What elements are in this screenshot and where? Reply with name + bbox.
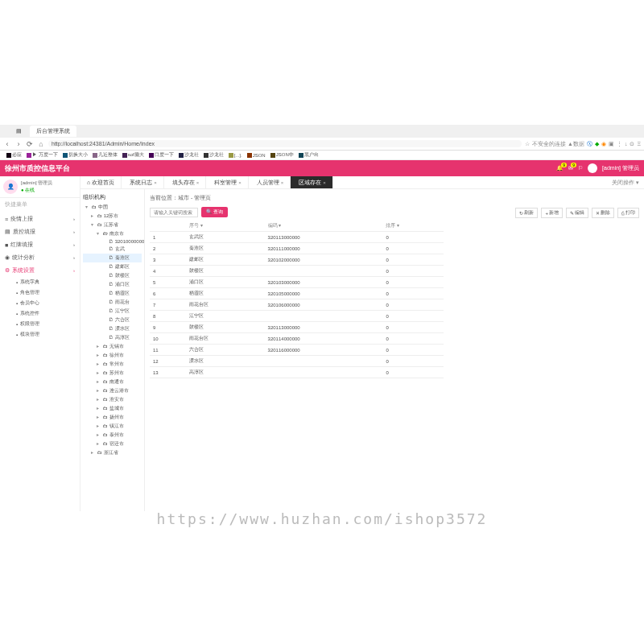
sub-nav-item[interactable]: ▪ 权限管理 [11,319,80,329]
content-tab[interactable]: 区域存在 × [291,176,333,188]
table-row[interactable]: 10雨花台区3201140000000 [150,333,444,345]
tree-node[interactable]: ▸🗀 无锡市 [83,342,142,351]
tree-node[interactable]: ▾🗀 江苏省 [83,221,142,229]
ext-icon[interactable]: ◆ [595,141,599,147]
sub-nav-item[interactable]: ▪ 角色管理 [11,287,80,298]
col-header[interactable]: 序号 ▾ [186,221,265,232]
sub-nav-item[interactable]: ▪ 系统控件 [11,308,80,319]
tree-node[interactable]: ▸🗀 常州市 [83,360,142,369]
tree-node[interactable]: 🗋 建邺区 [83,262,142,271]
ext-icon[interactable]: Ξ [637,141,641,147]
browser-menu-icon[interactable]: ▤ [16,128,22,134]
tree-node[interactable]: ▸🗀 镇江市 [83,422,142,431]
table-row[interactable]: 8江宁区0 [150,311,444,322]
close-icon[interactable]: × [154,180,157,185]
tree-node[interactable]: ▸🗀 扬州市 [83,413,142,422]
toolbar-编辑[interactable]: ✎编辑 [566,208,588,218]
tree-node[interactable]: 🗋 江宁区 [83,307,142,316]
tree-node[interactable]: ▸🗀 盐城市 [83,404,142,413]
nav-item[interactable]: ◉统计分析› [0,251,80,264]
bookmark-item[interactable]: ▶ 万度一下 [27,151,58,159]
tree-node[interactable]: ▸🗀 浙江省 [83,448,142,457]
tree-node[interactable]: 🗋 雨花台 [83,298,142,307]
bookmark-item[interactable]: 沙龙社 [204,151,224,159]
table-row[interactable]: 3建邺区3201020000000 [150,254,444,266]
bookmark-item[interactable]: JSON [247,153,266,158]
flag-icon[interactable]: ⚐ [578,165,583,171]
nav-item[interactable]: ⚙系统设置› [0,264,80,277]
table-row[interactable]: 5浦口区3201030000000 [150,277,444,288]
back-icon[interactable]: ‹ [3,140,11,148]
table-row[interactable]: 1玄武区3201130000000 [150,232,444,243]
tree-node[interactable]: ▸🗀 宿迁市 [83,440,142,448]
table-row[interactable]: 12溧水区0 [150,356,444,367]
ext-icon[interactable]: ◉ [601,141,606,147]
bookmark-item[interactable]: JSON中 [270,151,294,159]
tree-node[interactable]: ▸🗀 连云港市 [83,386,142,395]
table-row[interactable]: 4鼓楼区0 [150,266,444,277]
star-icon[interactable]: ☆ [525,141,530,147]
header-username[interactable]: [admin] 管理员 [602,164,639,172]
ext-icon[interactable]: ⊙ [630,141,634,147]
table-row[interactable]: 9鼓楼区3201130000000 [150,322,444,333]
table-row[interactable]: 6栖霞区3201050000000 [150,288,444,299]
content-tab[interactable]: 系统日志 × [122,176,164,188]
tree-node[interactable]: ▸🗀 苏州市 [83,369,142,378]
bookmark-item[interactable]: 黑户出 [299,151,319,159]
browser-tab[interactable]: 后台管理系统 [30,126,76,137]
content-tab[interactable]: 人员管理 × [249,176,291,188]
col-header[interactable]: 排序 ▾ [382,221,443,232]
url-input[interactable] [48,140,522,147]
bookmark-item[interactable]: 几近整体 [93,151,118,159]
toolbar-刷新[interactable]: ↻刷新 [515,208,538,218]
message-icon[interactable]: ✉ [568,165,573,171]
toolbar-删除[interactable]: ✕删除 [592,208,614,218]
tree-node[interactable]: ▸🗀 徐州市 [83,351,142,360]
tree-node[interactable]: ▸🗀 南通市 [83,378,142,386]
bookmark-item[interactable]: 切换大小 [63,151,88,159]
tree-node[interactable]: 🗋 六合区 [83,316,142,324]
col-header[interactable]: 编码 ▾ [265,221,383,232]
search-input[interactable] [150,208,198,217]
bookmark-item[interactable]: 沙龙社 [179,151,199,159]
nav-item[interactable]: ▤质控填报› [0,225,80,238]
content-tab[interactable]: 科室管理 × [206,176,249,188]
tree-node[interactable]: 🗋 320100000000 [83,238,142,245]
table-row[interactable]: 7雨花台区3201060000000 [150,299,444,311]
tree-node[interactable]: 🗋 鼓楼区 [83,271,142,280]
toolbar-新增[interactable]: +新增 [541,208,563,218]
table-row[interactable]: 2秦淮区3201110000000 [150,243,444,254]
sub-nav-item[interactable]: ▪ 会员中心 [11,298,80,308]
tree-node[interactable]: ▾🗁 南京市 [83,229,142,238]
home-icon[interactable]: ⌂ [37,140,45,148]
toolbar-打印[interactable]: ⎙打印 [617,208,639,218]
close-icon[interactable]: × [323,180,326,185]
bookmark-item[interactable]: sof脑大 [122,151,144,159]
content-tab[interactable]: ⌂ 欢迎首页 [80,176,122,188]
ext-icon[interactable]: ▣ [609,141,614,147]
bookmark-item[interactable]: [...]. [229,153,242,158]
table-row[interactable]: 11六合区3201160000000 [150,345,444,356]
close-icon[interactable]: × [281,180,284,185]
tree-node[interactable]: ▸🗀 泰州市 [83,431,142,440]
bookmark-item[interactable]: 必应 [6,151,22,159]
close-icon[interactable]: × [238,180,242,185]
content-tab[interactable]: 填头存在 × [164,176,207,188]
tree-node[interactable]: 🗋 高淳区 [83,333,142,342]
tree-node[interactable]: 🗋 溧水区 [83,324,142,333]
tree-node[interactable]: 🗋 栖霞区 [83,289,142,298]
notif-icon[interactable]: 🔔 [556,165,564,171]
table-row[interactable]: 13高淳区0 [150,367,444,378]
sub-nav-item[interactable]: ▪ 模块管理 [11,329,80,340]
tree-node[interactable]: ▸🗀 淮安市 [83,395,142,404]
tree-node[interactable]: 🗋 玄武 [83,245,142,254]
tree-node[interactable]: 🗋 浦口区 [83,280,142,289]
sub-nav-item[interactable]: ▪ 系统字典 [11,277,80,287]
bookmark-item[interactable]: 口度一下 [149,151,174,159]
tree-node[interactable]: 🗋 秦淮区 [83,254,142,262]
ext-icon[interactable]: Ⓧ [587,140,592,148]
ext-icon[interactable]: ↓ [625,141,628,147]
tree-node[interactable]: ▸🗀 12苏市 [83,212,142,221]
reload-icon[interactable]: ⟳ [26,140,34,148]
close-icon[interactable]: × [196,180,200,185]
